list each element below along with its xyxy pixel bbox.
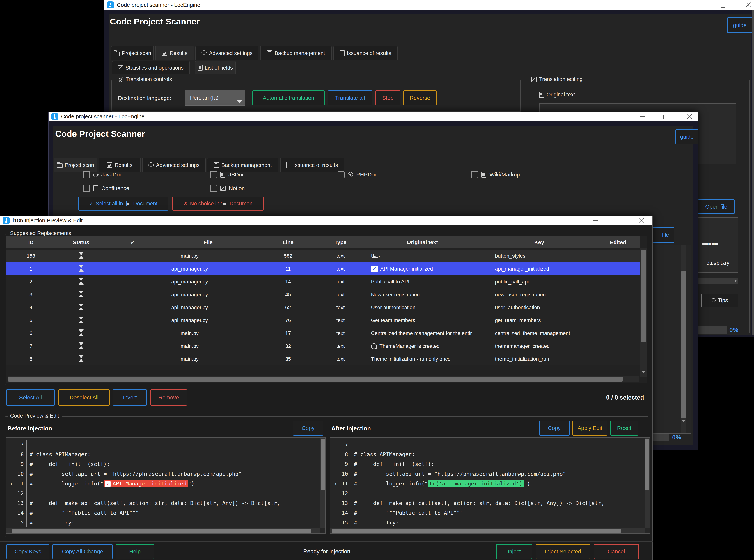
reset-button[interactable]: Reset — [610, 420, 638, 436]
checkbox[interactable] — [83, 171, 90, 178]
copy-after-button[interactable]: Copy — [539, 420, 570, 436]
tips-button[interactable]: Tips — [701, 294, 738, 307]
maximize-icon[interactable] — [719, 1, 728, 9]
tab-backup-management[interactable]: Backup management — [207, 158, 278, 172]
checkbox-phpdoc[interactable]: PHPDoc — [338, 171, 378, 179]
window-scrollbar[interactable] — [752, 10, 754, 335]
checkbox-notion[interactable]: Notion — [210, 184, 245, 192]
titlebar[interactable]: i18n Injection Preview & Edit — [0, 216, 652, 225]
checkbox-jsdoc[interactable]: JSDoc — [210, 171, 245, 179]
restore-icon[interactable] — [613, 216, 621, 225]
slider-arrow-icon[interactable] — [734, 279, 737, 283]
open-file-button[interactable]: Open file — [698, 199, 735, 214]
col-line[interactable]: Line — [258, 239, 319, 245]
copy-all-change-button[interactable]: Copy All Change — [53, 544, 113, 559]
checked-checkbox-icon[interactable] — [371, 265, 378, 272]
inject-selected-button[interactable]: Inject Selected — [536, 544, 590, 559]
checkbox[interactable] — [210, 185, 217, 192]
guide-button[interactable]: guide — [675, 129, 698, 144]
before-injection-code[interactable]: 7 8# class APIManager: 9# def __init__(s… — [6, 437, 326, 534]
table-row-selected[interactable]: 1 api_manager.py 11 text API Manager ini… — [6, 262, 640, 275]
checkbox[interactable] — [471, 171, 478, 178]
col-check[interactable]: ✓ — [107, 239, 158, 245]
scrollbar-thumb[interactable] — [8, 377, 623, 382]
code-vertical-scrollbar[interactable] — [645, 438, 650, 527]
maximize-icon[interactable] — [662, 112, 671, 121]
close-icon[interactable] — [686, 112, 694, 121]
no-choice-in-document-button[interactable]: No choice in ' Documen — [172, 197, 264, 211]
table-row[interactable]: 5 api_manager.py 76 text Get team member… — [6, 314, 640, 327]
tab-results[interactable]: Results — [99, 158, 141, 172]
tab-backup-management[interactable]: Backup management — [260, 46, 332, 60]
table-row[interactable]: 6 main.py 17 text Centralized theme mana… — [6, 327, 640, 340]
translate-all-button[interactable]: Translate all — [328, 91, 372, 105]
table-row[interactable]: 4 api_manager.py 62 text User authentica… — [6, 301, 640, 314]
invert-button[interactable]: Invert — [113, 389, 147, 406]
minimize-icon[interactable] — [638, 112, 647, 121]
cancel-button[interactable]: Cancel — [594, 544, 639, 559]
select-all-button[interactable]: Select All — [6, 389, 55, 406]
select-all-in-document-button[interactable]: Select all in ' Document — [78, 197, 168, 211]
copy-keys-button[interactable]: Copy Keys — [6, 544, 49, 559]
scrollbar-thumb[interactable] — [12, 528, 311, 533]
checkbox-wiki-markup[interactable]: Wiki/Markup — [471, 171, 520, 179]
tab-project-scan[interactable]: Project scan — [111, 46, 154, 60]
close-icon[interactable] — [637, 216, 646, 225]
scrollbar-thumb[interactable] — [641, 250, 646, 342]
subtab-statistics-and-operations[interactable]: Statistics and operations — [112, 61, 190, 74]
checkbox-javadoc[interactable]: JavaDoc — [83, 171, 123, 179]
table-row[interactable]: 8 main.py 35 text Theme initialization -… — [6, 353, 640, 365]
apply-edit-button[interactable]: Apply Edit — [572, 420, 607, 436]
tab-results[interactable]: Results — [155, 46, 194, 60]
minimize-icon[interactable] — [592, 216, 600, 225]
file-preview-box[interactable]: ===== _display — [696, 217, 738, 273]
table-horizontal-scrollbar[interactable] — [7, 376, 639, 382]
scroll-down-icon[interactable] — [641, 371, 645, 373]
tab-advanced-settings[interactable]: Advanced settings — [142, 158, 206, 172]
reverse-button[interactable]: Reverse — [403, 91, 437, 105]
table-vertical-scrollbar[interactable] — [640, 248, 647, 377]
tab-issuance-of-results[interactable]: Issuance of results — [333, 46, 398, 60]
help-button[interactable]: Help — [116, 544, 154, 559]
copy-before-button[interactable]: Copy — [293, 420, 323, 436]
table-row[interactable]: 2 api_manager.py 14 text Public call to … — [6, 275, 640, 288]
stop-button[interactable]: Stop — [375, 91, 401, 105]
checkbox[interactable] — [83, 185, 90, 192]
scrollbar-thumb[interactable] — [681, 271, 686, 418]
table-row[interactable]: 7 main.py 32 text ThemeManager is create… — [6, 340, 640, 353]
scrollbar-thumb[interactable] — [332, 528, 620, 533]
titlebar[interactable]: Code project scanner - LocEngine — [104, 0, 754, 10]
checkbox-confluence[interactable]: Confluence — [83, 184, 129, 192]
code-horizontal-scrollbar[interactable] — [6, 528, 320, 534]
col-original-text[interactable]: Original text — [363, 239, 482, 245]
checkbox[interactable] — [338, 171, 345, 178]
guide-button[interactable]: guide — [727, 18, 753, 33]
after-injection-code[interactable]: 7 8# class APIManager: 9# def __init__(s… — [330, 437, 650, 534]
code-vertical-scrollbar[interactable] — [320, 438, 325, 527]
tab-project-scan[interactable]: Project scan — [54, 158, 97, 172]
automatic-translation-button[interactable]: Automatic translation — [252, 91, 325, 105]
titlebar[interactable]: Code project scanner - LocEngine — [48, 112, 698, 121]
code-horizontal-scrollbar[interactable] — [330, 528, 645, 534]
table-row[interactable]: 158 main.py 582 text خطا button_styles — [6, 249, 640, 262]
minimize-icon[interactable] — [694, 1, 702, 9]
tab-issuance-of-results[interactable]: Issuance of results — [280, 158, 344, 172]
inject-button[interactable]: Inject — [496, 544, 532, 559]
col-type[interactable]: Type — [319, 239, 363, 245]
deselect-all-button[interactable]: Deselect All — [58, 389, 110, 406]
close-icon[interactable] — [744, 1, 753, 9]
col-status[interactable]: Status — [55, 239, 107, 245]
col-key[interactable]: Key — [482, 239, 596, 245]
table-row[interactable]: 3 api_manager.py 45 text New user regist… — [6, 288, 640, 301]
scrollbar-thumb[interactable] — [645, 439, 649, 491]
scrollbar-thumb[interactable] — [321, 439, 325, 491]
col-file[interactable]: File — [158, 239, 258, 245]
destination-language-select[interactable]: Persian (fa) — [185, 90, 245, 106]
col-id[interactable]: ID — [6, 239, 55, 245]
vertical-scrollbar[interactable] — [681, 245, 687, 433]
subtab-list-of-fields[interactable]: List of fields — [195, 61, 236, 74]
tab-advanced-settings[interactable]: Advanced settings — [195, 46, 259, 60]
col-edited[interactable]: Edited — [596, 239, 640, 245]
checkbox[interactable] — [210, 171, 217, 178]
remove-button[interactable]: Remove — [150, 389, 187, 406]
